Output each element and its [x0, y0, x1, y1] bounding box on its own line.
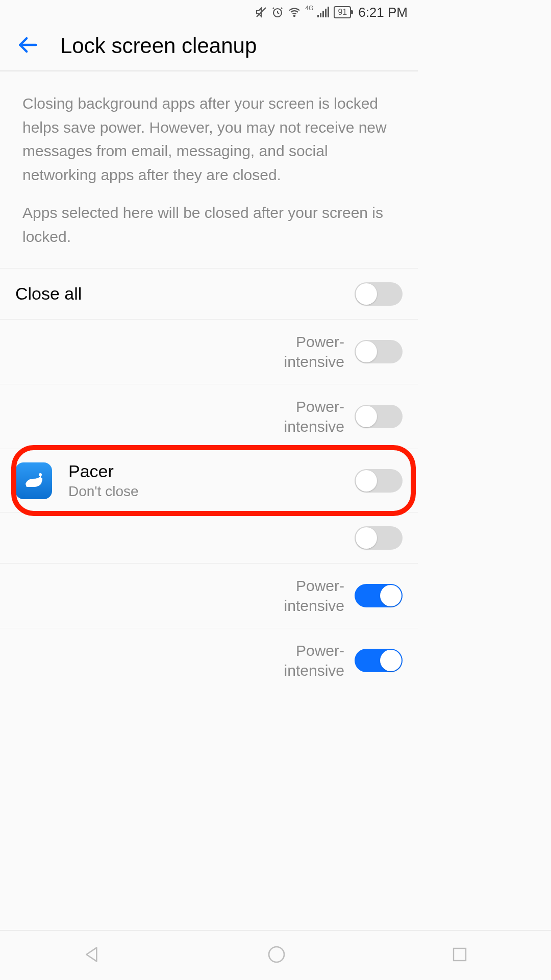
app-status-label: Power-intensive [253, 576, 344, 616]
app-row: PacerDon't close [0, 449, 418, 512]
app-name: Pacer [68, 461, 355, 481]
pacer-app-icon [15, 462, 52, 499]
description-p2: Apps selected here will be closed after … [22, 201, 395, 249]
app-list: Close all Power-intensivePower-intensive… [0, 268, 418, 693]
app-status-label: Power-intensive [253, 397, 344, 436]
app-toggle[interactable] [355, 649, 403, 672]
wifi-icon [288, 6, 301, 18]
back-button[interactable] [16, 34, 39, 58]
app-row: Power-intensive [0, 384, 418, 449]
status-bar: 4G 91 6:21 PM [0, 0, 418, 24]
svg-rect-6 [325, 9, 327, 17]
svg-point-9 [39, 473, 42, 476]
battery-icon: 91 [334, 6, 351, 18]
app-row: Power-intensive [0, 628, 418, 693]
svg-rect-5 [322, 11, 324, 17]
app-toggle[interactable] [355, 584, 403, 607]
app-toggle[interactable] [355, 469, 403, 493]
page-title: Lock screen cleanup [60, 34, 257, 58]
svg-rect-3 [317, 15, 319, 17]
app-status-label: Power-intensive [253, 641, 344, 680]
app-row-texts: PacerDon't close [68, 461, 355, 500]
app-toggle[interactable] [355, 526, 403, 550]
svg-rect-7 [328, 7, 329, 17]
status-time: 6:21 PM [358, 5, 408, 20]
svg-point-2 [294, 15, 295, 16]
description-p1: Closing background apps after your scree… [22, 92, 395, 187]
app-toggle[interactable] [355, 405, 403, 428]
battery-level: 91 [338, 8, 347, 16]
signal-icon [317, 7, 330, 18]
app-status-label: Power-intensive [253, 332, 344, 372]
close-all-toggle[interactable] [355, 282, 403, 306]
app-header: Lock screen cleanup [0, 24, 418, 71]
app-row [0, 512, 418, 563]
network-type-label: 4G [305, 5, 313, 12]
app-row: Power-intensive [0, 563, 418, 628]
svg-rect-10 [39, 478, 42, 481]
mute-icon [255, 6, 267, 18]
svg-rect-4 [320, 13, 321, 17]
close-all-row: Close all [0, 268, 418, 319]
app-subtitle: Don't close [68, 483, 355, 500]
app-row: Power-intensive [0, 319, 418, 384]
close-all-label: Close all [15, 284, 355, 304]
description-block: Closing background apps after your scree… [0, 71, 418, 259]
alarm-icon [271, 6, 284, 18]
app-toggle[interactable] [355, 340, 403, 363]
